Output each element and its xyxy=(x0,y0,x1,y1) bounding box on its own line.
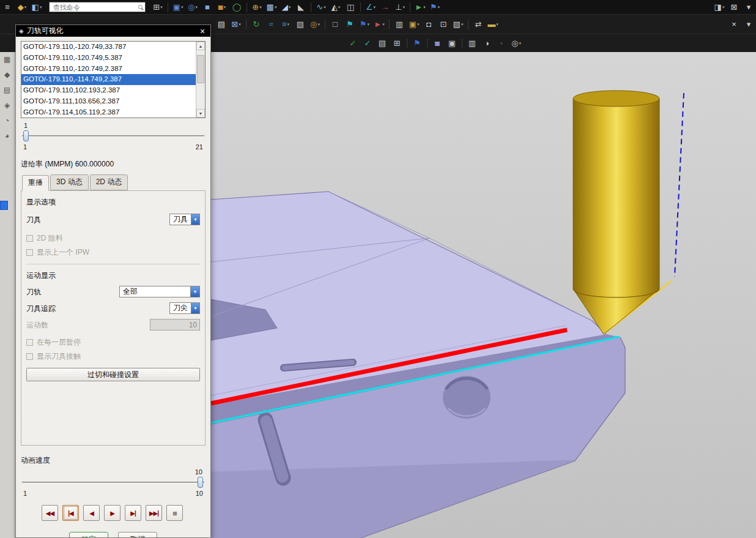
ruler-icon[interactable]: ▬▾ xyxy=(486,18,500,31)
dropdown-caret-icon[interactable]: ▾ xyxy=(259,5,262,10)
step-forward-button[interactable]: ▶| xyxy=(125,505,141,521)
dropdown-caret-icon[interactable]: ▾ xyxy=(368,22,370,27)
gouge-collision-settings-button[interactable]: 过切和碰撞设置 xyxy=(26,368,200,381)
active-resource-indicator[interactable] xyxy=(0,201,8,210)
play-reverse-button[interactable]: ◀ xyxy=(83,505,100,521)
boundary-icon[interactable]: □ xyxy=(328,18,342,31)
edit-display-icon[interactable]: ◑ xyxy=(480,37,494,50)
layers-icon[interactable]: ▥ xyxy=(465,37,479,50)
dropdown-caret-icon[interactable]: ▾ xyxy=(722,5,725,10)
goto-listbox[interactable]: GOTO/-179.110,-120.749,33.787GOTO/-179.1… xyxy=(21,41,206,118)
scroll-down-icon[interactable]: ▼ xyxy=(196,109,205,118)
goto-list-item[interactable]: GOTO/-179.114,105.119,2.387 xyxy=(21,107,196,118)
dropdown-caret-icon[interactable]: ▾ xyxy=(382,22,385,27)
drill-cycle-icon[interactable]: ◎▾ xyxy=(308,18,322,31)
offset-surface-icon[interactable]: ◫ xyxy=(344,1,357,13)
display-tool-icon[interactable]: ◙ xyxy=(431,37,444,50)
chevron-down-icon[interactable]: ▼ xyxy=(191,214,199,225)
goto-list-item[interactable]: GOTO/-179.111,103.656,2.387 xyxy=(21,96,196,107)
flag-icon[interactable]: ⚑ xyxy=(410,37,424,50)
parallel-passes-icon[interactable]: ≈ xyxy=(264,18,278,31)
flag-teal-icon[interactable]: ⚑ xyxy=(343,18,357,31)
cancel-button[interactable]: 取消 xyxy=(118,532,157,538)
animation-speed-slider[interactable] xyxy=(22,476,204,488)
chamfer-icon[interactable]: ◣ xyxy=(294,1,308,13)
revolve-icon[interactable]: ◎▾ xyxy=(186,1,199,13)
dropdown-caret-icon[interactable]: ▾ xyxy=(224,5,226,10)
pattern-feature-icon[interactable]: ▦▾ xyxy=(265,1,278,13)
goto-list-item[interactable]: GOTO/-179.110,-120.749,5.387 xyxy=(21,53,196,64)
command-search[interactable] xyxy=(49,2,146,12)
image-capture-icon[interactable]: ▣ xyxy=(445,37,459,50)
chevron-down-icon[interactable]: ▼ xyxy=(191,303,199,313)
dropdown-caret-icon[interactable]: ▾ xyxy=(24,5,27,10)
confirm-toolpath-icon[interactable]: ✓ xyxy=(361,37,374,50)
dropdown-caret-icon[interactable]: ▾ xyxy=(374,5,376,10)
play-forward-button[interactable]: ▶ xyxy=(104,505,120,521)
assembly-navigator-icon[interactable]: ▦ xyxy=(0,52,14,67)
tool-display-dropdown[interactable]: 刀具 ▼ xyxy=(169,214,200,225)
go-to-start-button[interactable]: ◀◀ xyxy=(42,505,58,521)
slider-track[interactable] xyxy=(22,135,204,137)
toolpath-display-dropdown[interactable]: 全部 ▼ xyxy=(119,286,200,297)
window-layout-icon[interactable]: ⊞▾ xyxy=(151,1,165,13)
tab-replay[interactable]: 重播 xyxy=(22,175,49,191)
full-screen-icon[interactable]: ⊠ xyxy=(727,1,741,13)
go-to-end-button[interactable]: ▶▶| xyxy=(146,505,162,521)
dropdown-caret-icon[interactable]: ▾ xyxy=(423,5,426,10)
measure-icon[interactable]: ∠▾ xyxy=(364,1,377,13)
dropdown-caret-icon[interactable]: ▾ xyxy=(461,22,464,27)
history-icon[interactable]: ◕ xyxy=(0,129,14,144)
dropdown-caret-icon[interactable]: ▾ xyxy=(287,22,290,27)
goto-list-item[interactable]: GOTO/-179.110,102.193,2.387 xyxy=(21,85,196,96)
dropdown-caret-icon[interactable]: ▾ xyxy=(289,5,291,10)
datum-csys-icon[interactable]: ⊕▾ xyxy=(250,1,264,13)
hd3d-tools-icon[interactable]: ◔ xyxy=(0,113,14,129)
search-input[interactable] xyxy=(52,3,136,12)
dialog-titlebar[interactable]: ◈ 刀轨可视化 × xyxy=(16,25,210,37)
dropdown-caret-icon[interactable]: ▾ xyxy=(324,5,326,10)
hole-icon[interactable]: ◯ xyxy=(230,1,243,13)
create-program-icon[interactable]: ⊠▾ xyxy=(229,18,243,31)
scroll-up-icon[interactable]: ▲ xyxy=(196,42,205,50)
slider-thumb[interactable] xyxy=(198,477,203,488)
dropdown-caret-icon[interactable]: ▾ xyxy=(239,22,241,27)
grid-icon[interactable]: ⊞ xyxy=(390,37,404,50)
verify-toolpath-icon[interactable]: ✓ xyxy=(346,37,360,50)
more-commands-icon[interactable]: ▾ xyxy=(742,1,755,13)
shop-floor-icon[interactable]: ▧▾ xyxy=(451,18,465,31)
sketch-icon[interactable]: ◆▾ xyxy=(15,1,29,13)
dropdown-caret-icon[interactable]: ▾ xyxy=(275,5,277,10)
swept-icon[interactable]: ∿▾ xyxy=(314,1,328,13)
tool-track-dropdown[interactable]: 刀尖 ▼ xyxy=(169,302,200,314)
move-object-icon[interactable]: → xyxy=(379,1,392,13)
ok-button[interactable]: 确定 xyxy=(69,532,108,538)
dropdown-caret-icon[interactable]: ▾ xyxy=(417,22,420,27)
close-icon[interactable]: × xyxy=(198,26,207,35)
more-icon[interactable]: ▾ xyxy=(742,18,755,31)
dropdown-caret-icon[interactable]: ▾ xyxy=(317,22,320,27)
dropdown-caret-icon[interactable]: ▾ xyxy=(160,5,163,10)
generate-toolpath-icon[interactable]: ↻ xyxy=(250,18,263,31)
step-back-button[interactable]: |◀ xyxy=(62,505,79,521)
part-navigator-icon[interactable]: ▤ xyxy=(0,83,14,98)
constraint-navigator-icon[interactable]: ◆ xyxy=(0,67,14,83)
machine-sim-icon[interactable]: ▣▾ xyxy=(407,18,421,31)
datum-plane-icon[interactable]: ◧▾ xyxy=(30,1,43,13)
hatch-region-icon[interactable]: ▨ xyxy=(294,18,307,31)
flag-icon[interactable]: ⚑▾ xyxy=(428,1,442,13)
operation-navigator-icon[interactable]: ▤ xyxy=(376,37,389,50)
feed-direction-icon[interactable]: ►▾ xyxy=(372,18,386,31)
reuse-library-icon[interactable]: ◈ xyxy=(0,98,14,113)
tool-library-icon[interactable]: ◘ xyxy=(422,18,435,31)
dropdown-caret-icon[interactable]: ▾ xyxy=(519,41,521,46)
extrude-icon[interactable]: ▣▾ xyxy=(171,1,185,13)
dropdown-caret-icon[interactable]: ▾ xyxy=(438,5,440,10)
operation-list-icon[interactable]: ▥ xyxy=(393,18,406,31)
flag-blue-icon[interactable]: ⚑▾ xyxy=(358,18,371,31)
tab-3d-dynamic[interactable]: 3D 动态 xyxy=(50,174,89,190)
slider-track[interactable] xyxy=(22,482,204,484)
toolpath-progress-slider[interactable] xyxy=(22,130,204,142)
unite-icon[interactable]: ◙▾ xyxy=(215,1,229,13)
stop-button[interactable]: ■ xyxy=(166,505,183,521)
